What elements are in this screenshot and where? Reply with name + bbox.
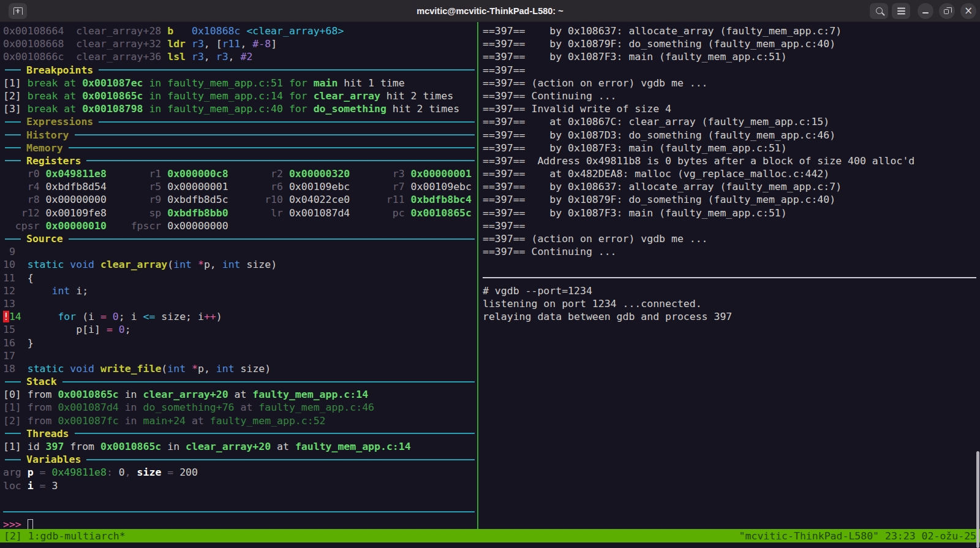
- breakpoint-line: [1] break at 0x001087ec in faulty_mem_ap…: [3, 77, 475, 89]
- breakpoint-line: [2] break at 0x0010865c in faulty_mem_ap…: [3, 89, 475, 102]
- close-icon: ×: [964, 6, 973, 16]
- vgdb-line: listening on port 1234 ...connected.: [483, 297, 976, 310]
- register-row: r8 0x00000000 r9 0xbdfb8d5c r10 0x04022c…: [3, 193, 475, 206]
- source-line: 15 p[i] = 0;: [3, 323, 475, 336]
- valgrind-line: ==397== by 0x10879F: do_something (fault…: [483, 37, 976, 50]
- source-line: 18 static void write_file(int *p, int si…: [3, 362, 475, 375]
- register-row: r12 0x00109fe8 sp 0xbdfb8bb0 lr 0x001087…: [3, 207, 475, 219]
- source-line: 9: [3, 245, 475, 258]
- valgrind-line: ==397== Invalid write of size 4: [483, 102, 976, 115]
- section-header: Stack: [3, 375, 475, 388]
- gdb-dashboard-pane[interactable]: 0x00108664 clear_array+28 b 0x10868c <cl…: [3, 25, 475, 531]
- source-line: 13: [3, 297, 475, 310]
- terminal-scrollbar[interactable]: [976, 451, 979, 548]
- stack-frame: [1] from 0x001087d4 in do_something+76 a…: [3, 401, 475, 414]
- valgrind-line: ==397== (action on error) vgdb me ...: [483, 232, 976, 245]
- window-title: mcvitic@mcvitic-ThinkPad-L580: ~: [0, 6, 980, 16]
- section-header: Threads: [3, 427, 475, 440]
- restore-button[interactable]: [939, 3, 955, 19]
- section-header: History: [3, 129, 475, 142]
- terminal-window: 0x00108664 clear_array+28 b 0x10868c <cl…: [0, 22, 980, 548]
- valgrind-line: ==397== Address 0x49811b8 is 0 bytes aft…: [483, 154, 976, 167]
- section-header: Memory: [3, 142, 475, 154]
- source-line: 16 }: [3, 337, 475, 349]
- valgrind-line: ==397== by 0x1087F3: main (faulty_mem_ap…: [483, 50, 976, 63]
- register-row: r4 0xbdfb8d54 r5 0x00000001 r6 0x00109eb…: [3, 180, 475, 193]
- vgdb-line: # vgdb --port=1234: [483, 284, 976, 297]
- pane-rule: [483, 272, 976, 284]
- tmux-host-clock: "mcvitic-ThinkPad-L580" 23:23 02-ožu-25: [739, 530, 976, 542]
- valgrind-line: ==397==: [483, 219, 976, 232]
- pane-rule: [3, 505, 475, 518]
- valgrind-line: ==397==: [483, 64, 976, 77]
- stack-frame: [0] from 0x0010865c in clear_array+20 at…: [3, 388, 475, 401]
- valgrind-output-pane[interactable]: ==397== by 0x108637: allocate_array (fau…: [483, 25, 976, 323]
- search-button[interactable]: [870, 3, 888, 19]
- source-line: 12 int i;: [3, 284, 475, 297]
- section-header: Variables: [3, 453, 475, 466]
- thread-line: [1] id 397 from 0x0010865c in clear_arra…: [3, 440, 475, 453]
- hamburger-menu-icon: [897, 10, 905, 12]
- valgrind-line: ==397== by 0x1087F3: main (faulty_mem_ap…: [483, 207, 976, 219]
- variable-line: arg p = 0x49811e8: 0, size = 200: [3, 466, 475, 479]
- valgrind-line: ==397== by 0x108637: allocate_array (fau…: [483, 180, 976, 193]
- tmux-status-bar: [2] 1:gdb-multiarch* "mcvitic-ThinkPad-L…: [0, 529, 980, 542]
- breakpoint-line: [3] break at 0x00108798 in faulty_mem_ap…: [3, 102, 475, 115]
- menu-button[interactable]: [892, 3, 910, 19]
- close-button[interactable]: ×: [960, 3, 976, 19]
- valgrind-line: ==397== by 0x1087D3: do_something (fault…: [483, 129, 976, 142]
- asm-line: 0x00108664 clear_array+28 b 0x10868c <cl…: [3, 25, 475, 37]
- section-header: Breakpoints: [3, 64, 475, 77]
- asm-line: 0x00108668 clear_array+32 ldr r3, [r11, …: [3, 37, 475, 50]
- valgrind-line: ==397== Continuing ...: [483, 245, 976, 258]
- blank-line: [3, 492, 475, 505]
- tmux-pane-divider-vertical[interactable]: [477, 22, 478, 529]
- valgrind-line: ==397== by 0x1087F3: main (faulty_mem_ap…: [483, 142, 976, 154]
- new-tab-button[interactable]: [9, 3, 27, 19]
- register-row: r0 0x049811e8 r1 0x000000c8 r2 0x0000032…: [3, 167, 475, 180]
- tmux-session-windows: [2] 1:gdb-multiarch*: [4, 530, 126, 542]
- section-header: Expressions: [3, 115, 475, 128]
- minimize-icon: [922, 12, 929, 13]
- window-titlebar: mcvitic@mcvitic-ThinkPad-L580: ~ ×: [0, 0, 980, 22]
- register-row: cpsr 0x00000010 fpscr 0x00000000: [3, 219, 475, 232]
- section-header: Registers: [3, 154, 475, 167]
- blank-line: [483, 258, 976, 271]
- valgrind-line: ==397== (action on error) vgdb me ...: [483, 77, 976, 89]
- variable-line: loc i = 3: [3, 479, 475, 492]
- valgrind-line: ==397== at 0x482DEA8: malloc (vg_replace…: [483, 167, 976, 180]
- restore-icon: [944, 9, 949, 14]
- vgdb-line: relaying data between gdb and process 39…: [483, 310, 976, 323]
- minimize-button[interactable]: [918, 3, 933, 19]
- stack-frame: [2] from 0x001087fc in main+24 at faulty…: [3, 414, 475, 427]
- valgrind-line: ==397== Continuing ...: [483, 89, 976, 102]
- valgrind-line: ==397== by 0x10879F: do_something (fault…: [483, 193, 976, 206]
- new-tab-icon: [13, 7, 23, 15]
- section-header: Source: [3, 232, 475, 245]
- source-line: 17: [3, 349, 475, 362]
- search-icon: [876, 7, 883, 14]
- valgrind-line: ==397== at 0x10867C: clear_array (faulty…: [483, 115, 976, 128]
- source-line: 10 static void clear_array(int *p, int s…: [3, 258, 475, 271]
- asm-line: 0x0010866c clear_array+36 lsl r3, r3, #2: [3, 50, 475, 63]
- source-line: 11 {: [3, 272, 475, 284]
- valgrind-line: ==397== by 0x108637: allocate_array (fau…: [483, 25, 976, 37]
- source-line-current: !14 for (i = 0; i <= size; i++): [3, 310, 475, 323]
